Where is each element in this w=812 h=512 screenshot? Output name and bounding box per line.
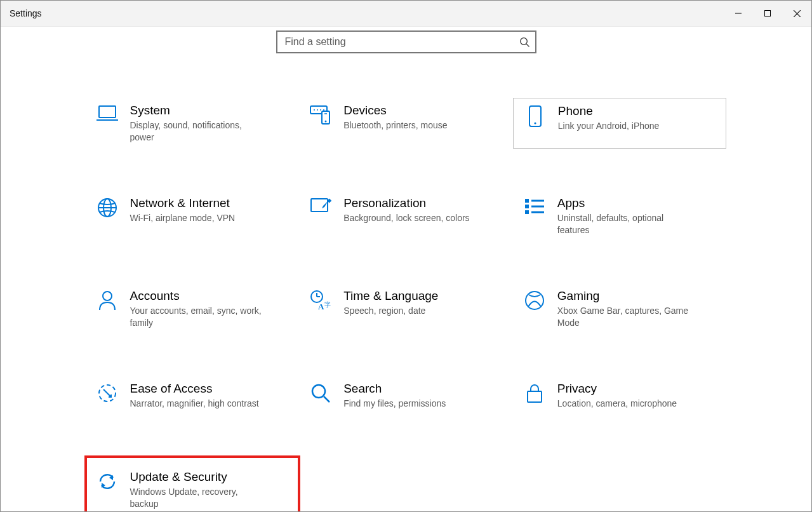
close-button[interactable] bbox=[782, 1, 811, 26]
title-bar: Settings bbox=[1, 1, 811, 27]
tile-network[interactable]: Network & Internet Wi-Fi, airplane mode,… bbox=[86, 191, 300, 241]
tile-desc: Background, lock screen, colors bbox=[343, 212, 469, 224]
tile-desc: Narrator, magnifier, high contrast bbox=[130, 398, 259, 410]
tile-devices[interactable]: Devices Bluetooth, printers, mouse bbox=[299, 98, 513, 149]
minimize-button[interactable] bbox=[724, 1, 753, 26]
tile-title: Accounts bbox=[130, 288, 263, 304]
svg-rect-40 bbox=[528, 391, 542, 402]
tile-desc: Find my files, permissions bbox=[343, 398, 446, 410]
lock-icon bbox=[519, 382, 550, 408]
tile-privacy[interactable]: Privacy Location, camera, microphone bbox=[513, 376, 727, 415]
svg-point-38 bbox=[312, 385, 325, 398]
svg-point-15 bbox=[325, 121, 327, 123]
phone-icon bbox=[520, 105, 550, 130]
tile-system[interactable]: System Display, sound, notifications, po… bbox=[86, 98, 300, 149]
tile-time-language[interactable]: A 字 Time & Language Speech, region, date bbox=[299, 283, 513, 334]
tile-apps[interactable]: Apps Uninstall, defaults, optional featu… bbox=[513, 191, 727, 241]
laptop-icon bbox=[92, 104, 123, 130]
person-icon bbox=[92, 290, 123, 315]
xbox-icon bbox=[519, 290, 550, 315]
tile-gaming[interactable]: Gaming Xbox Game Bar, captures, Game Mod… bbox=[513, 283, 727, 334]
maximize-button[interactable] bbox=[753, 1, 782, 26]
apps-list-icon bbox=[519, 197, 550, 222]
search-box[interactable] bbox=[276, 30, 536, 53]
tile-accounts[interactable]: Accounts Your accounts, email, sync, wor… bbox=[86, 283, 300, 334]
tile-desc: Display, sound, notifications, power bbox=[130, 119, 263, 144]
svg-text:字: 字 bbox=[324, 301, 331, 308]
tile-desc: Link your Android, iPhone bbox=[558, 120, 660, 132]
svg-point-9 bbox=[314, 109, 315, 111]
tile-title: Gaming bbox=[557, 288, 691, 304]
tile-title: Privacy bbox=[557, 381, 677, 396]
tile-title: Ease of Access bbox=[130, 381, 259, 396]
tile-title: Phone bbox=[558, 104, 660, 119]
svg-point-11 bbox=[320, 109, 321, 111]
tile-title: Search bbox=[343, 381, 446, 396]
tile-personalization[interactable]: Personalization Background, lock screen,… bbox=[299, 191, 513, 241]
tile-desc: Xbox Game Bar, captures, Game Mode bbox=[557, 305, 691, 329]
tile-phone[interactable]: Phone Link your Android, iPhone bbox=[513, 98, 727, 149]
categories-grid: System Display, sound, notifications, po… bbox=[86, 98, 727, 511]
svg-line-5 bbox=[526, 44, 529, 47]
tile-update-security[interactable]: Update & Security Windows Update, recove… bbox=[86, 457, 300, 511]
tile-title: Devices bbox=[343, 103, 447, 118]
search-icon bbox=[519, 37, 530, 48]
window-title: Settings bbox=[10, 8, 42, 18]
tile-ease-of-access[interactable]: Ease of Access Narrator, magnifier, high… bbox=[86, 376, 300, 415]
tile-desc: Speech, region, date bbox=[343, 305, 438, 317]
tile-title: Time & Language bbox=[343, 288, 438, 304]
search-container bbox=[276, 30, 536, 53]
tile-title: System bbox=[130, 103, 263, 118]
svg-point-17 bbox=[534, 122, 536, 124]
tile-title: Apps bbox=[557, 196, 691, 211]
time-language-icon: A 字 bbox=[305, 290, 336, 315]
ease-of-access-icon bbox=[92, 382, 123, 408]
tile-desc: Location, camera, microphone bbox=[557, 398, 677, 410]
tile-title: Personalization bbox=[343, 196, 469, 211]
window-controls bbox=[724, 1, 811, 26]
svg-point-30 bbox=[103, 292, 112, 300]
tile-title: Network & Internet bbox=[130, 196, 236, 211]
svg-rect-26 bbox=[525, 210, 529, 214]
sync-icon bbox=[92, 471, 123, 496]
magnifier-icon bbox=[305, 382, 336, 408]
svg-point-10 bbox=[317, 109, 318, 111]
svg-rect-24 bbox=[525, 199, 529, 203]
tile-desc: Uninstall, defaults, optional features bbox=[557, 212, 691, 236]
tile-desc: Wi-Fi, airplane mode, VPN bbox=[130, 212, 236, 224]
svg-text:A: A bbox=[318, 302, 324, 311]
svg-point-12 bbox=[323, 109, 324, 111]
search-input[interactable] bbox=[284, 36, 519, 48]
content-area: System Display, sound, notifications, po… bbox=[1, 27, 811, 511]
tile-desc: Your accounts, email, sync, work, family bbox=[130, 305, 263, 329]
settings-window: Settings bbox=[0, 0, 812, 512]
svg-rect-1 bbox=[765, 11, 771, 17]
svg-rect-6 bbox=[99, 106, 116, 118]
tile-desc: Windows Update, recovery, backup bbox=[130, 486, 263, 510]
svg-point-4 bbox=[520, 37, 527, 44]
svg-line-39 bbox=[324, 396, 329, 402]
tile-desc: Bluetooth, printers, mouse bbox=[343, 119, 447, 131]
devices-icon bbox=[305, 104, 336, 130]
globe-icon bbox=[92, 197, 123, 222]
tile-title: Update & Security bbox=[130, 469, 263, 485]
paint-icon bbox=[305, 197, 336, 222]
tile-search[interactable]: Search Find my files, permissions bbox=[299, 376, 513, 415]
svg-rect-25 bbox=[525, 205, 529, 208]
